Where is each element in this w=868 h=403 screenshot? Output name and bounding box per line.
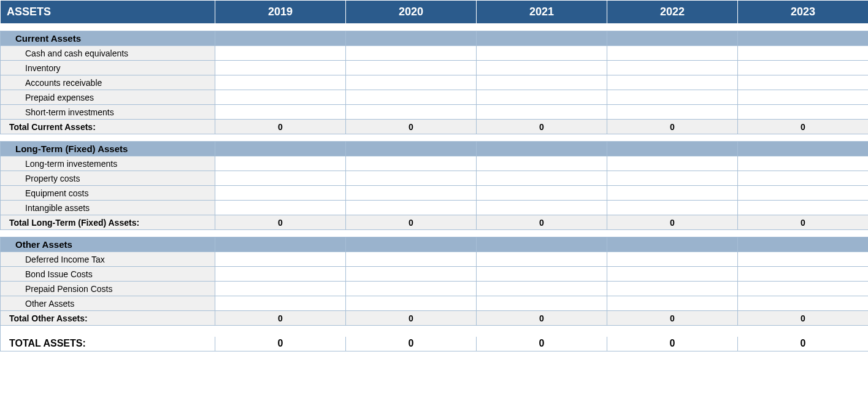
item-label[interactable]: Short-term investments — [1, 105, 215, 120]
item-value[interactable] — [477, 267, 607, 282]
item-value[interactable] — [215, 296, 346, 311]
subtotal-label[interactable]: Total Long-Term (Fixed) Assets: — [1, 215, 215, 230]
item-value[interactable] — [607, 90, 738, 105]
item-value[interactable] — [738, 156, 869, 171]
item-value[interactable] — [607, 156, 738, 171]
item-value[interactable] — [215, 156, 346, 171]
grand-total-value[interactable]: 0 — [477, 337, 607, 351]
item-value[interactable] — [477, 171, 607, 186]
item-value[interactable] — [738, 75, 869, 90]
item-label[interactable]: Property costs — [1, 171, 215, 186]
item-value[interactable] — [738, 90, 869, 105]
item-label[interactable]: Bond Issue Costs — [1, 267, 215, 282]
item-value[interactable] — [346, 201, 477, 215]
item-value[interactable] — [215, 75, 346, 90]
item-value[interactable] — [607, 61, 738, 75]
item-value[interactable] — [346, 296, 477, 311]
subtotal-value[interactable]: 0 — [346, 120, 477, 134]
item-value[interactable] — [477, 90, 607, 105]
item-value[interactable] — [346, 267, 477, 282]
subtotal-label[interactable]: Total Current Assets: — [1, 120, 215, 134]
item-value[interactable] — [477, 186, 607, 201]
item-value[interactable] — [477, 252, 607, 267]
item-label[interactable]: Equipment costs — [1, 186, 215, 201]
item-value[interactable] — [215, 282, 346, 296]
item-value[interactable] — [738, 201, 869, 215]
subtotal-value[interactable]: 0 — [346, 311, 477, 326]
item-label[interactable]: Inventory — [1, 61, 215, 75]
subtotal-value[interactable]: 0 — [477, 120, 607, 134]
subtotal-value[interactable]: 0 — [215, 311, 346, 326]
item-value[interactable] — [346, 282, 477, 296]
subtotal-value[interactable]: 0 — [738, 311, 869, 326]
item-value[interactable] — [215, 46, 346, 61]
item-value[interactable] — [215, 105, 346, 120]
item-value[interactable] — [346, 46, 477, 61]
item-value[interactable] — [346, 90, 477, 105]
grand-total-label[interactable]: TOTAL ASSETS: — [1, 337, 215, 351]
item-value[interactable] — [215, 201, 346, 215]
item-value[interactable] — [346, 75, 477, 90]
grand-total-value[interactable]: 0 — [738, 337, 869, 351]
item-value[interactable] — [215, 252, 346, 267]
item-value[interactable] — [477, 61, 607, 75]
item-label[interactable]: Intangible assets — [1, 201, 215, 215]
item-value[interactable] — [607, 282, 738, 296]
item-label[interactable]: Accounts receivable — [1, 75, 215, 90]
item-value[interactable] — [346, 105, 477, 120]
item-value[interactable] — [738, 46, 869, 61]
item-label[interactable]: Prepaid expenses — [1, 90, 215, 105]
item-value[interactable] — [607, 267, 738, 282]
item-value[interactable] — [607, 252, 738, 267]
item-value[interactable] — [215, 90, 346, 105]
item-value[interactable] — [607, 46, 738, 61]
item-value[interactable] — [346, 61, 477, 75]
item-value[interactable] — [607, 201, 738, 215]
subtotal-value[interactable]: 0 — [215, 215, 346, 230]
item-value[interactable] — [607, 171, 738, 186]
item-value[interactable] — [738, 105, 869, 120]
item-value[interactable] — [738, 186, 869, 201]
subtotal-value[interactable]: 0 — [346, 215, 477, 230]
item-value[interactable] — [346, 171, 477, 186]
grand-total-value[interactable]: 0 — [607, 337, 738, 351]
subtotal-value[interactable]: 0 — [607, 215, 738, 230]
item-value[interactable] — [346, 252, 477, 267]
item-value[interactable] — [477, 46, 607, 61]
item-value[interactable] — [738, 252, 869, 267]
item-value[interactable] — [738, 296, 869, 311]
subtotal-value[interactable]: 0 — [477, 311, 607, 326]
item-value[interactable] — [215, 171, 346, 186]
item-label[interactable]: Prepaid Pension Costs — [1, 282, 215, 296]
item-value[interactable] — [215, 186, 346, 201]
item-value[interactable] — [477, 282, 607, 296]
item-label[interactable]: Long-term investements — [1, 156, 215, 171]
item-value[interactable] — [477, 75, 607, 90]
item-value[interactable] — [607, 105, 738, 120]
subtotal-value[interactable]: 0 — [477, 215, 607, 230]
grand-total-value[interactable]: 0 — [346, 337, 477, 351]
subtotal-value[interactable]: 0 — [215, 120, 346, 134]
item-value[interactable] — [477, 105, 607, 120]
item-value[interactable] — [738, 61, 869, 75]
item-value[interactable] — [738, 171, 869, 186]
item-value[interactable] — [477, 156, 607, 171]
subtotal-value[interactable]: 0 — [738, 120, 869, 134]
item-value[interactable] — [346, 186, 477, 201]
subtotal-value[interactable]: 0 — [738, 215, 869, 230]
item-label[interactable]: Other Assets — [1, 296, 215, 311]
grand-total-value[interactable]: 0 — [215, 337, 346, 351]
item-value[interactable] — [607, 75, 738, 90]
item-value[interactable] — [346, 156, 477, 171]
item-value[interactable] — [607, 296, 738, 311]
subtotal-label[interactable]: Total Other Assets: — [1, 311, 215, 326]
item-label[interactable]: Deferred Income Tax — [1, 252, 215, 267]
item-value[interactable] — [738, 267, 869, 282]
item-value[interactable] — [738, 282, 869, 296]
item-value[interactable] — [477, 201, 607, 215]
subtotal-value[interactable]: 0 — [607, 120, 738, 134]
item-value[interactable] — [607, 186, 738, 201]
item-value[interactable] — [477, 296, 607, 311]
item-value[interactable] — [215, 61, 346, 75]
item-value[interactable] — [215, 267, 346, 282]
